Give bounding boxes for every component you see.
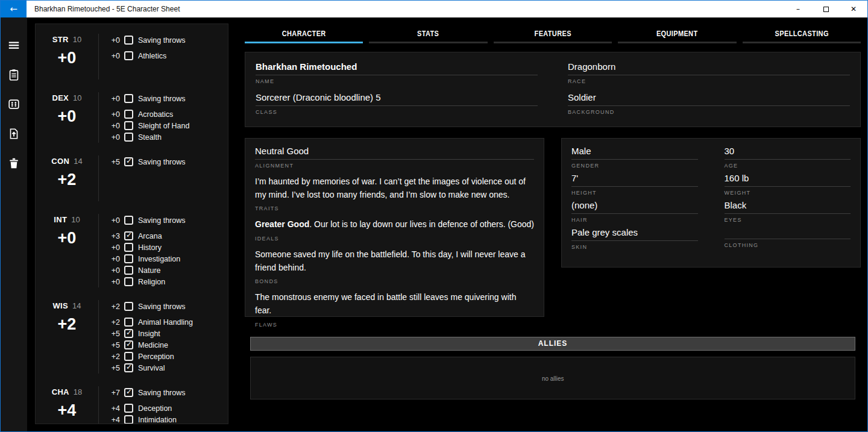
field-value-traits[interactable]: I’m haunted by memories of war. I can’t … [255,175,534,202]
skill-modifier: +0 [108,266,120,275]
checkbox-deception[interactable] [124,404,133,413]
checkbox-str-saving-throws[interactable] [124,36,133,45]
checkbox-investigation[interactable] [124,254,133,263]
field-value-weight[interactable]: 160 lb [725,173,851,187]
field-value-hair[interactable]: (none) [571,200,698,214]
ability-name-and-score: CHA18 [36,387,98,396]
checkbox-athletics[interactable] [124,51,133,60]
field-label-bonds: BONDS [255,278,534,284]
ability-score-wis[interactable]: WIS14+2 [36,300,98,374]
field-value-height[interactable]: 7' [571,173,698,187]
skill-modifier: +2 [108,318,120,327]
field-traits: I’m haunted by memories of war. I can’t … [255,175,534,211]
checkbox-stealth[interactable] [124,133,133,142]
window-title: Bharkhan Rimetouched - 5E Character Shee… [34,1,180,17]
skill-row-intimidation: +4Intimidation [108,414,228,424]
ability-modifier: +4 [36,401,98,420]
field-hair: (none)HAIR [571,200,698,223]
minimize-button[interactable]: – [784,1,812,17]
ability-score-cha[interactable]: CHA18+4 [36,386,98,424]
field-value-bonds[interactable]: Someone saved my life on the battlefield… [255,248,534,275]
allies-empty-text: no allies [542,374,564,382]
checkbox-nature[interactable] [124,266,133,275]
checkbox-medicine[interactable] [124,340,133,349]
ability-score-dex[interactable]: DEX10+0 [36,92,98,143]
ability-abbr: CHA [52,387,69,396]
field-value-ideals[interactable]: Greater Good. Our lot is to lay down our… [255,218,534,233]
ability-group-int: INT10+0+0Saving throws+3Arcana+0History+… [36,214,228,287]
checkbox-arcana[interactable] [124,231,133,240]
checkbox-history[interactable] [124,243,133,252]
tab-underline [494,42,612,43]
checkbox-survival[interactable] [124,363,133,372]
skill-modifier: +5 [108,330,120,338]
ability-abbr: STR [52,35,69,44]
close-button[interactable]: ✕ [840,1,867,17]
checkbox-dex-saving-throws[interactable] [124,94,133,103]
field-label-gender: GENDER [571,163,698,169]
skill-modifier: +2 [108,302,120,311]
tab-label: STATS [376,24,480,38]
field-value-gender[interactable]: Male [571,146,698,160]
tab-features[interactable]: FEATURES [494,25,612,43]
skill-label: Intimidation [138,416,177,424]
checkbox-animal-handling[interactable] [124,318,133,327]
field-value-age[interactable]: 30 [725,146,851,160]
field-value-alignment[interactable]: Neutral Good [255,146,534,160]
ability-score-str[interactable]: STR10+0 [36,34,98,80]
field-value-flaws[interactable]: The monstrous enemy we faced in battle s… [255,291,534,318]
app-window: ← Bharkhan Rimetouched - 5E Character Sh… [0,0,868,432]
checkbox-insight[interactable] [124,329,133,338]
checkbox-religion[interactable] [124,277,133,286]
checkbox-acrobatics[interactable] [124,110,133,119]
ability-name-and-score: STR10 [36,35,98,44]
skill-modifier: +0 [108,36,120,45]
ability-score-con[interactable]: CON14+2 [36,155,98,201]
tab-stats[interactable]: STATS [369,25,487,43]
checkbox-con-saving-throws[interactable] [124,157,133,166]
skill-row-nature: +0Nature [108,265,228,276]
ability-score-value: 10 [73,93,81,102]
field-value-clothing[interactable] [725,227,851,239]
dice-button[interactable] [1,96,27,112]
field-value-background[interactable]: Soldier [568,92,850,106]
identity-panel: Bharkhan RimetouchedNAMEDragonbornRACESo… [245,52,861,127]
ability-skills-str: +0Saving throws+0Athletics [98,34,228,80]
skill-modifier: +0 [108,216,120,225]
tab-character[interactable]: CHARACTER [245,25,363,43]
checkbox-int-saving-throws[interactable] [124,216,133,225]
skill-label: Saving throws [138,216,186,225]
field-value-race[interactable]: Dragonborn [568,61,850,75]
field-value-eyes[interactable]: Black [725,200,851,214]
checkbox-cha-saving-throws[interactable] [124,388,133,397]
ability-abbr: WIS [53,301,68,310]
field-age: 30AGE [725,146,851,169]
checkbox-wis-saving-throws[interactable] [124,302,133,311]
character-sheet-button[interactable] [1,67,27,83]
field-gender: MaleGENDER [571,146,698,169]
skill-row-stealth: +0Stealth [108,131,228,143]
field-value-class[interactable]: Sorcerer (Draconic bloodline) 5 [256,92,538,106]
field-label-age: AGE [725,163,851,169]
field-value-name[interactable]: Bharkhan Rimetouched [256,61,538,75]
menu-button[interactable] [1,37,27,53]
tab-equipment[interactable]: EQUIPMENT [618,25,736,43]
export-button[interactable] [1,126,27,142]
maximize-button[interactable] [812,1,840,17]
checkbox-sleight-of-hand[interactable] [124,121,133,130]
tab-spellcasting[interactable]: SPELLCASTING [743,25,861,43]
back-button[interactable]: ← [1,1,27,17]
saving-throw-row-cha: +7Saving throws [108,387,228,398]
tab-underline [618,42,736,43]
field-value-skin[interactable]: Pale grey scales [571,227,698,241]
ability-score-int[interactable]: INT10+0 [36,214,98,287]
trash-button[interactable] [1,155,27,171]
skill-row-athletics: +0Athletics [108,50,228,61]
checkbox-perception[interactable] [124,352,133,361]
skill-row-arcana: +3Arcana [108,230,228,242]
character-sheet-icon [7,68,20,81]
icon-rail [1,17,27,431]
export-icon [7,127,20,140]
field-skin: Pale grey scalesSKIN [571,227,698,250]
checkbox-intimidation[interactable] [124,415,133,424]
